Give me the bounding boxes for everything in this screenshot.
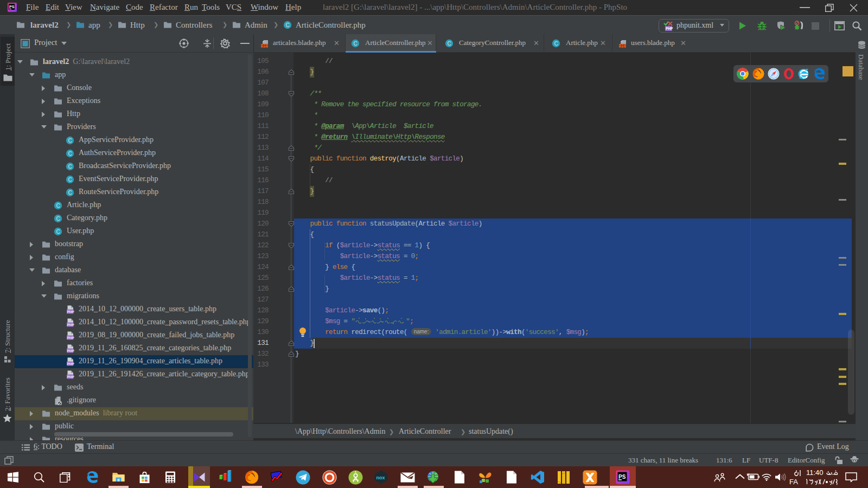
svg-text:PHP: PHP (666, 27, 673, 30)
svg-text:PHP: PHP (67, 323, 74, 326)
svg-text:C: C (68, 177, 72, 183)
svg-text:PHP: PHP (67, 336, 74, 339)
svg-text:PS: PS (9, 5, 15, 9)
svg-text:C: C (68, 138, 72, 144)
svg-text:C: C (448, 41, 451, 47)
svg-text:C: C (354, 41, 358, 47)
svg-text:C: C (286, 22, 290, 28)
svg-text:C: C (56, 203, 60, 209)
svg-text:PHP: PHP (67, 375, 74, 378)
svg-text:C: C (68, 151, 72, 157)
svg-text:C: C (554, 41, 558, 47)
svg-text:PHP: PHP (67, 362, 74, 365)
svg-text:C: C (68, 190, 72, 196)
svg-text:nox: nox (376, 475, 385, 480)
svg-text:PHP: PHP (67, 310, 74, 313)
svg-text:C: C (56, 229, 60, 235)
svg-text:C: C (56, 216, 60, 222)
svg-text:PHP: PHP (67, 349, 74, 352)
svg-text:C: C (68, 164, 72, 170)
svg-text:PS: PS (618, 474, 626, 480)
